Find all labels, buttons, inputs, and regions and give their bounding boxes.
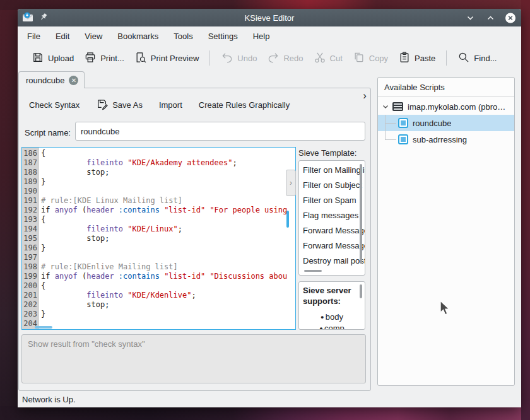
template-item[interactable]: Filter on Spam (299, 193, 365, 208)
toolbar-button-label: Cut (330, 54, 343, 63)
server-box-scrollbar[interactable] (360, 284, 362, 298)
desktop-wallpaper: KSieve Editor FileEditViewBookmarksTools… (0, 0, 530, 420)
sieve-template-label: Sieve Template: (298, 148, 356, 158)
tree-item-roundcube[interactable]: roundcube (378, 115, 514, 131)
template-item[interactable]: Filter on Mailinglist (299, 163, 365, 178)
check-syntax-button[interactable]: Check Syntax (25, 98, 83, 112)
template-vertical-scrollbar[interactable] (360, 164, 362, 264)
print-button[interactable]: Print... (79, 49, 129, 68)
find-button[interactable]: Find... (452, 49, 502, 68)
code-line: } (41, 177, 295, 187)
line-number: 188 (22, 168, 37, 177)
minimize-button[interactable] (464, 12, 476, 23)
import-button[interactable]: Import (155, 98, 186, 112)
mouse-cursor (440, 300, 451, 319)
script-checkbox-icon[interactable] (398, 134, 408, 144)
toolbar-button-label: Paste (415, 54, 435, 63)
print-preview-button[interactable]: Print Preview (129, 49, 204, 68)
script-name-input[interactable] (75, 122, 365, 141)
menu-file[interactable]: File (27, 32, 40, 41)
line-number: 205 (22, 329, 37, 330)
window-title: KSieve Editor (18, 13, 521, 23)
menu-tools[interactable]: Tools (174, 32, 192, 41)
sieve-template-list[interactable]: Filter on MailinglistFilter on SubjectFi… (298, 160, 365, 276)
save-icon (32, 51, 44, 66)
code-line: { (41, 215, 295, 225)
available-scripts-title: Available Scripts (378, 78, 514, 97)
toolbar-button-label: Print... (100, 54, 124, 63)
server-supports-list: bodycomp (303, 312, 361, 330)
template-item[interactable]: Filter on Subject (299, 178, 365, 193)
close-button[interactable] (505, 12, 516, 23)
code-line (41, 187, 295, 196)
sieve-code-editor[interactable]: 1861871881891901911921931941951961971981… (21, 147, 296, 330)
save-as-button[interactable]: Save As (92, 95, 146, 115)
editor-vertical-scrollbar[interactable] (286, 211, 289, 228)
wallpaper-bottom-strip (0, 406, 530, 420)
code-line: stop; (41, 234, 295, 243)
tree-item-server[interactable]: imap.mykolab.com (pbro… (378, 98, 514, 115)
titlebar[interactable]: KSieve Editor (18, 9, 521, 26)
menu-view[interactable]: View (85, 32, 102, 41)
search-icon (457, 51, 470, 66)
template-item[interactable]: Destroy mail posted (299, 254, 365, 269)
line-number: 194 (22, 225, 37, 234)
template-item[interactable]: Flag messages (299, 208, 365, 223)
line-number: 195 (22, 234, 37, 243)
button-label: Check Syntax (29, 100, 80, 110)
button-label: Import (159, 100, 182, 110)
check-syntax-result-box: Show result from "check syntax" (21, 334, 366, 383)
script-name-label: sub-adrressing (413, 135, 467, 144)
cut-button: Cut (309, 49, 348, 68)
code-line: stop; (41, 300, 295, 310)
template-item[interactable]: Forward Message (299, 223, 365, 238)
server-supports-title: Sieve server supports: (303, 285, 361, 306)
script-checkbox-icon[interactable] (398, 118, 408, 128)
code-line: } (41, 310, 295, 319)
menu-bookmarks[interactable]: Bookmarks (117, 32, 158, 41)
toolbar-button-label: Upload (48, 54, 74, 63)
script-name-label: roundcube (413, 119, 451, 128)
tree-item-sub-adrressing[interactable]: sub-adrressing (378, 131, 514, 148)
toolbar-overflow-chevron[interactable]: › (363, 90, 367, 102)
menu-edit[interactable]: Edit (56, 32, 69, 41)
create-rules-graphically-button[interactable]: Create Rules Graphically (195, 98, 294, 112)
button-label: Create Rules Graphically (199, 100, 290, 110)
copy-icon (353, 51, 365, 66)
line-number: 192 (22, 206, 37, 215)
undo-button: Undo (216, 49, 262, 68)
menu-settings[interactable]: Settings (208, 32, 238, 41)
toolbar-separator (446, 50, 447, 66)
button-label: Save As (112, 100, 143, 110)
paste-button[interactable]: Paste (393, 49, 440, 68)
status-bar: Network is Up. (18, 391, 521, 407)
upload-button[interactable]: Upload (26, 49, 79, 68)
tab-close-icon[interactable]: ✕ (69, 76, 78, 85)
print-preview-icon (134, 51, 147, 66)
code-line: fileinto "KDE/Kdenlive"; (41, 291, 295, 300)
template-item[interactable]: Forward Message (299, 238, 365, 254)
code-line: { (41, 149, 295, 158)
line-number: 196 (22, 243, 37, 253)
line-number: 202 (22, 300, 37, 310)
capability-item: comp (303, 323, 361, 330)
wallpaper-right-strip (521, 0, 530, 420)
collapse-panel-handle[interactable]: › (286, 170, 296, 196)
menu-help[interactable]: Help (253, 32, 270, 41)
template-horizontal-scrollbar[interactable] (304, 270, 322, 272)
tab-roundcube[interactable]: roundcube ✕ (18, 71, 85, 88)
line-number: 189 (22, 177, 37, 187)
pin-icon[interactable] (40, 13, 48, 23)
maximize-button[interactable] (485, 12, 496, 23)
chevron-down-icon[interactable] (382, 103, 389, 110)
script-name-label: Script name: (25, 128, 71, 137)
printer-icon (84, 51, 97, 66)
undo-icon (221, 51, 233, 66)
line-number: 186 (22, 149, 37, 158)
code-line (41, 253, 295, 262)
code-area[interactable]: { fileinto "KDE/Akademy attendees"; stop… (39, 148, 295, 329)
available-scripts-panel: Available Scripts imap.mykolab.com (pbro… (377, 77, 515, 386)
toolbar-button-label: Redo (283, 54, 303, 63)
editor-horizontal-scrollbar[interactable] (35, 326, 52, 329)
code-line: stop; (41, 168, 295, 177)
